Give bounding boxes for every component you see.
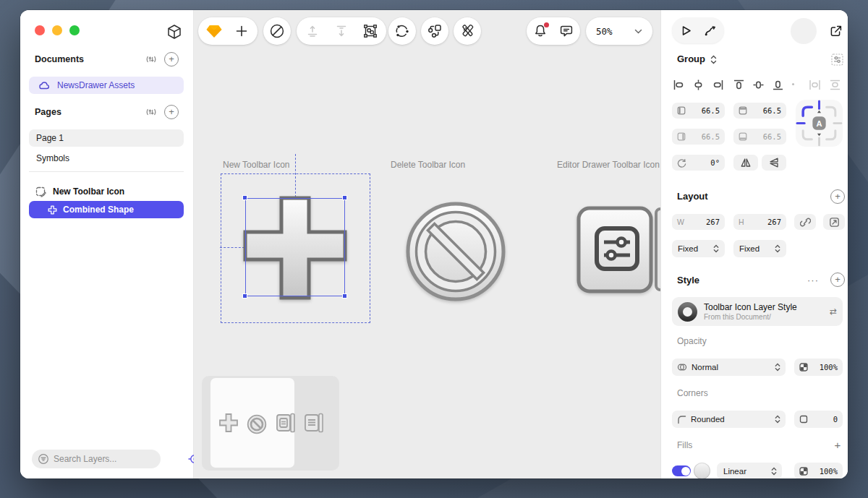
flip-horizontal-button[interactable] bbox=[733, 155, 758, 171]
arrange-group bbox=[297, 17, 386, 45]
swap-style-icon[interactable]: ⇄ bbox=[830, 306, 837, 317]
fill-enabled-toggle[interactable] bbox=[672, 465, 691, 476]
pencil-circle-icon bbox=[269, 23, 285, 39]
fill-type-dropdown[interactable]: Linear bbox=[717, 463, 782, 478]
position-bottom-field[interactable]: 66.5 bbox=[733, 129, 786, 145]
organize-documents-button[interactable] bbox=[143, 51, 159, 67]
resize-to-fit-button[interactable] bbox=[823, 214, 845, 230]
layer-item-combined-shape[interactable]: Combined Shape bbox=[29, 201, 184, 218]
align-top-icon bbox=[733, 79, 745, 91]
add-page-button[interactable]: + bbox=[163, 103, 180, 121]
sketch-window: Documents + NewsDrawer Assets Pages + Pa… bbox=[20, 10, 848, 478]
prototype-button[interactable] bbox=[699, 20, 721, 41]
frame-icon bbox=[363, 24, 378, 38]
notifications-button[interactable] bbox=[528, 19, 553, 43]
layer-style-card[interactable]: Toolbar Icon Layer Style From this Docum… bbox=[672, 297, 843, 326]
align-top-button[interactable] bbox=[731, 77, 746, 92]
create-symbol-button[interactable] bbox=[421, 17, 448, 45]
selection-handle[interactable] bbox=[242, 293, 247, 299]
draw-tool-button[interactable] bbox=[263, 17, 291, 45]
lock-aspect-button[interactable] bbox=[794, 214, 816, 230]
organize-pages-button[interactable] bbox=[143, 104, 159, 120]
add-fill-button[interactable]: + bbox=[830, 437, 845, 452]
align-right-icon bbox=[712, 79, 724, 91]
corner-radius-field[interactable]: 0 bbox=[794, 411, 843, 428]
width-field[interactable]: W 267 bbox=[672, 214, 725, 230]
selection-handle[interactable] bbox=[342, 293, 347, 299]
align-right-button[interactable] bbox=[710, 77, 726, 92]
flip-vertical-button[interactable] bbox=[762, 155, 786, 171]
add-style-button[interactable]: + bbox=[829, 271, 846, 288]
token-dashed-icon bbox=[830, 53, 844, 66]
corner-type-dropdown[interactable]: Rounded bbox=[672, 411, 786, 428]
width-sizing-dropdown[interactable]: Fixed bbox=[672, 240, 725, 257]
frame-selection-button[interactable] bbox=[357, 19, 383, 43]
style-more-button[interactable]: ··· bbox=[803, 272, 823, 288]
fills-header: Fills bbox=[677, 440, 692, 450]
opacity-icon bbox=[799, 467, 808, 476]
page-item-symbols[interactable]: Symbols bbox=[29, 150, 184, 167]
smart-guide bbox=[295, 154, 296, 197]
minimize-window-button[interactable] bbox=[52, 25, 62, 35]
sort-arrows-icon bbox=[145, 106, 157, 118]
search-input[interactable] bbox=[54, 454, 148, 464]
height-field[interactable]: H 267 bbox=[733, 214, 786, 230]
blend-icon bbox=[677, 362, 687, 372]
height-sizing-dropdown[interactable]: Fixed bbox=[733, 240, 786, 257]
stepper-icon[interactable] bbox=[710, 55, 717, 64]
align-left-button[interactable] bbox=[671, 77, 686, 92]
distribute-vertical-button[interactable] bbox=[827, 77, 843, 92]
sketch-menu-button[interactable] bbox=[202, 19, 226, 43]
artboard-title[interactable]: Editor Drawer Toolbar Icon bbox=[557, 160, 660, 170]
distribute-horizontal-button[interactable] bbox=[807, 77, 822, 92]
canvas[interactable]: 50% New Toolbar Icon Delete Toolbar Icon… bbox=[194, 10, 660, 478]
bring-forward-button[interactable] bbox=[299, 19, 326, 43]
edit-path-button[interactable] bbox=[388, 17, 416, 45]
create-symbol-token-button[interactable] bbox=[828, 51, 846, 68]
design-tools-button[interactable] bbox=[454, 17, 481, 45]
preview-play-button[interactable] bbox=[675, 20, 697, 41]
close-window-button[interactable] bbox=[35, 25, 45, 35]
inset-bottom-icon bbox=[739, 132, 747, 141]
align-separator-dot bbox=[792, 83, 794, 85]
selection-handle[interactable] bbox=[342, 195, 347, 200]
zoom-control[interactable]: 50% bbox=[586, 17, 652, 45]
components-cube-button[interactable] bbox=[161, 18, 188, 46]
fill-color-swatch[interactable] bbox=[694, 463, 710, 478]
sizing-value: Fixed bbox=[739, 244, 760, 253]
share-button[interactable] bbox=[824, 19, 848, 43]
comments-button[interactable] bbox=[554, 19, 579, 43]
add-layout-button[interactable]: + bbox=[829, 188, 846, 205]
align-middle-v-button[interactable] bbox=[750, 77, 766, 92]
selection-handle[interactable] bbox=[242, 195, 247, 200]
avatar-button[interactable] bbox=[791, 18, 817, 44]
artboard-title[interactable]: Delete Toolbar Icon bbox=[391, 160, 465, 170]
delete-icon-graphic[interactable] bbox=[405, 201, 506, 302]
zoom-window-button[interactable] bbox=[69, 25, 80, 35]
fill-opacity-field[interactable]: 100% bbox=[794, 463, 843, 478]
page-item-page1[interactable]: Page 1 bbox=[29, 129, 184, 147]
align-center-h-button[interactable] bbox=[690, 77, 706, 92]
layer-selection-rect bbox=[245, 198, 345, 296]
align-bottom-button[interactable] bbox=[770, 77, 786, 92]
insert-button[interactable] bbox=[229, 19, 254, 43]
search-layers-field[interactable] bbox=[32, 450, 161, 468]
notification-badge bbox=[544, 22, 549, 27]
position-top-field[interactable]: 66.5 bbox=[733, 103, 786, 119]
layer-item-artboard[interactable]: New Toolbar Icon bbox=[29, 183, 184, 200]
stepper-icon bbox=[713, 244, 719, 253]
combined-shape-icon bbox=[48, 205, 57, 215]
drawer-icon-graphic[interactable] bbox=[576, 206, 653, 293]
pencil-ruler-icon bbox=[459, 23, 475, 39]
send-backward-button[interactable] bbox=[328, 19, 354, 43]
position-right-field[interactable]: 66.5 bbox=[672, 129, 725, 145]
rotation-field[interactable]: 0° bbox=[672, 155, 725, 171]
constraints-widget[interactable]: A bbox=[796, 100, 843, 147]
share-icon bbox=[828, 23, 844, 39]
blend-mode-dropdown[interactable]: Normal bbox=[672, 359, 786, 376]
sidebar-item-newsdrawer-assets[interactable]: NewsDrawer Assets bbox=[29, 77, 184, 94]
position-left-field[interactable]: 66.5 bbox=[672, 103, 725, 119]
artboard-title[interactable]: New Toolbar Icon bbox=[223, 160, 290, 170]
opacity-value-field[interactable]: 100% bbox=[794, 359, 843, 376]
add-document-button[interactable]: + bbox=[163, 51, 180, 68]
